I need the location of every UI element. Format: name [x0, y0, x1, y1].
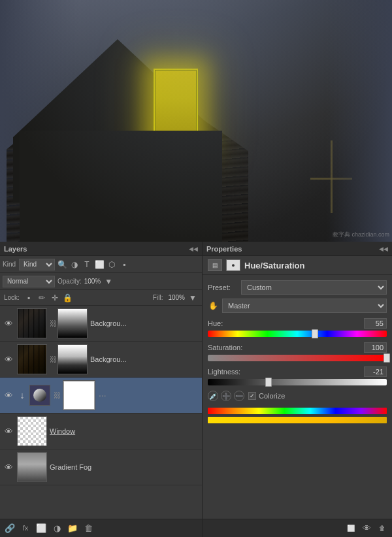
layer-row-window[interactable]: 👁 Window: [0, 414, 202, 449]
mask-icon[interactable]: ⬜: [35, 523, 47, 534]
colorize-row: 💉 ➕ ➖ ✓ Colorize: [208, 391, 387, 401]
more-filter-icon[interactable]: ▪: [119, 259, 129, 270]
eye-icon[interactable]: 👁: [3, 425, 14, 437]
lock-paint-icon[interactable]: ✏: [37, 293, 47, 303]
trash-icon[interactable]: 🗑: [82, 523, 94, 534]
hue-slider-row: Hue: 55: [208, 318, 387, 337]
preset-label: Preset:: [208, 284, 237, 291]
eyedropper-icon[interactable]: 💉: [208, 391, 218, 401]
smart-filter-icon[interactable]: ⬡: [106, 259, 117, 270]
lock-all-icon[interactable]: 🔒: [63, 293, 73, 303]
eye-icon[interactable]: 👁: [3, 389, 14, 401]
fill-arrow-icon[interactable]: ▼: [188, 293, 198, 303]
colorize-label: Colorize: [259, 392, 285, 400]
hue-thumb[interactable]: [312, 329, 318, 338]
layer-row-active[interactable]: 👁 ↓ ⛓ ···: [0, 378, 202, 414]
blend-toolbar: Normal Opacity: 100% ▼: [0, 273, 202, 290]
layer-thumb-white: [63, 380, 95, 410]
props-icon3[interactable]: 🗑: [376, 523, 388, 534]
shape-filter-icon[interactable]: ⬜: [94, 259, 105, 270]
props-icon1[interactable]: ⬜: [345, 523, 357, 534]
lock-label: Lock:: [4, 294, 20, 301]
lock-move-icon[interactable]: ✛: [50, 293, 60, 303]
colorize-checkbox[interactable]: ✓: [248, 392, 256, 400]
chain-icon[interactable]: ⛓: [48, 308, 57, 338]
lightness-value[interactable]: -21: [364, 366, 387, 377]
lightness-label: Lightness:: [208, 368, 240, 376]
color-bar-row: [208, 408, 387, 423]
kind-select[interactable]: Kind: [19, 259, 55, 270]
eye-icon[interactable]: 👁: [3, 461, 14, 473]
layers-panel: Layers ◀◀ Kind Kind 🔍 ◑ T ⬜ ⬡ ▪ Normal O…: [0, 242, 203, 537]
rainbow-bar: [208, 408, 387, 414]
properties-body: Preset: Custom ✋ Master Hue: 55: [203, 275, 392, 519]
layer-row-fog[interactable]: 👁 Gradient Fog: [0, 449, 202, 485]
blend-mode-select[interactable]: Normal: [3, 276, 55, 287]
active-layer-icons: ↓ ⛓: [17, 385, 61, 406]
saturation-thumb[interactable]: [384, 353, 390, 363]
opacity-value: 100%: [84, 278, 101, 285]
saturation-value[interactable]: 100: [364, 342, 387, 353]
saturation-track[interactable]: [208, 355, 387, 361]
adjustment-icon[interactable]: ◑: [51, 523, 63, 534]
type-filter-icon[interactable]: T: [82, 259, 92, 270]
channel-hand-icon[interactable]: ✋: [208, 301, 218, 311]
saturation-slider-row: Saturation: 100: [208, 342, 387, 361]
properties-panel-title: Properties: [206, 245, 242, 253]
canvas-area: 教字典 chazidian.com: [0, 0, 392, 242]
hue-label: Hue:: [208, 319, 223, 327]
hue-track[interactable]: [208, 331, 387, 337]
hue-sat-toggle-icon[interactable]: ●: [226, 259, 240, 271]
eye-icon[interactable]: 👁: [3, 353, 14, 365]
colorize-icons: 💉 ➕ ➖: [208, 391, 244, 401]
layer-row[interactable]: 👁 ⛓ Backgrou...: [0, 306, 202, 342]
properties-bottom-bar: ⬜ 👁 🗑: [203, 519, 392, 537]
properties-panel: Properties ◀◀ ▤ ● Hue/Saturation Preset:…: [203, 242, 392, 537]
lightness-slider-row: Lightness: -21: [208, 366, 387, 385]
chain-icon-active[interactable]: ⛓: [52, 385, 61, 406]
watermark: 教字典 chazidian.com: [333, 231, 389, 239]
lock-toolbar: Lock: ▪ ✏ ✛ 🔒 Fill: 100% ▼: [0, 290, 202, 306]
layer-thumb-fog: [17, 452, 47, 482]
link-icon[interactable]: 🔗: [4, 523, 16, 534]
layers-panel-collapse[interactable]: ◀◀: [189, 246, 198, 252]
kind-label: Kind: [3, 261, 16, 268]
properties-title-bar: Properties ◀◀: [203, 242, 392, 256]
preset-select[interactable]: Custom: [241, 280, 387, 295]
adjustment-filter-icon[interactable]: ◑: [69, 259, 80, 270]
hue-value[interactable]: 55: [364, 318, 387, 329]
layer-name-fog: Gradient Fog: [50, 463, 199, 471]
properties-panel-collapse[interactable]: ◀◀: [379, 246, 388, 252]
eyedropper-minus-icon[interactable]: ➖: [234, 391, 244, 401]
lock-pixel-icon[interactable]: ▪: [24, 293, 34, 303]
layers-list: 👁 ⛓ Backgrou... 👁 ⛓: [0, 306, 202, 519]
eyedropper-plus-icon[interactable]: ➕: [221, 391, 231, 401]
hue-sat-curve-icon[interactable]: ▤: [208, 259, 222, 271]
chain-icon[interactable]: ⛓: [48, 344, 57, 374]
fx-icon[interactable]: fx: [20, 523, 31, 534]
layer-row[interactable]: 👁 ⛓ Backgrou...: [0, 342, 202, 378]
opacity-arrow-icon[interactable]: ▼: [103, 276, 114, 287]
lightness-track[interactable]: [208, 379, 387, 385]
channel-select[interactable]: Master: [222, 299, 387, 313]
colorize-checkbox-label[interactable]: ✓ Colorize: [248, 392, 285, 400]
layers-bottom-bar: 🔗 fx ⬜ ◑ 📁 🗑: [0, 519, 202, 537]
channel-row: ✋ Master: [208, 299, 387, 313]
props-icon2[interactable]: 👁: [361, 523, 372, 534]
preset-row: Preset: Custom: [208, 280, 387, 295]
layers-panel-title: Layers: [4, 245, 27, 253]
layer-thumb-forest1: [17, 308, 47, 338]
opacity-label: Opacity:: [57, 278, 82, 285]
lightness-thumb[interactable]: [265, 378, 272, 387]
saturation-label: Saturation:: [208, 344, 242, 351]
layer-name-window: Window: [50, 427, 199, 435]
properties-header: ▤ ● Hue/Saturation: [203, 256, 392, 275]
layers-title-bar: Layers ◀◀: [0, 242, 202, 256]
fill-label: Fill:: [153, 294, 163, 301]
folder-icon[interactable]: 📁: [67, 523, 78, 534]
layer-more-icon[interactable]: ···: [97, 390, 108, 400]
pixel-filter-icon[interactable]: 🔍: [57, 259, 67, 270]
layers-toolbar: Kind Kind 🔍 ◑ T ⬜ ⬡ ▪: [0, 256, 202, 273]
eye-icon[interactable]: 👁: [3, 317, 14, 329]
hue-sat-title: Hue/Saturation: [244, 261, 304, 270]
